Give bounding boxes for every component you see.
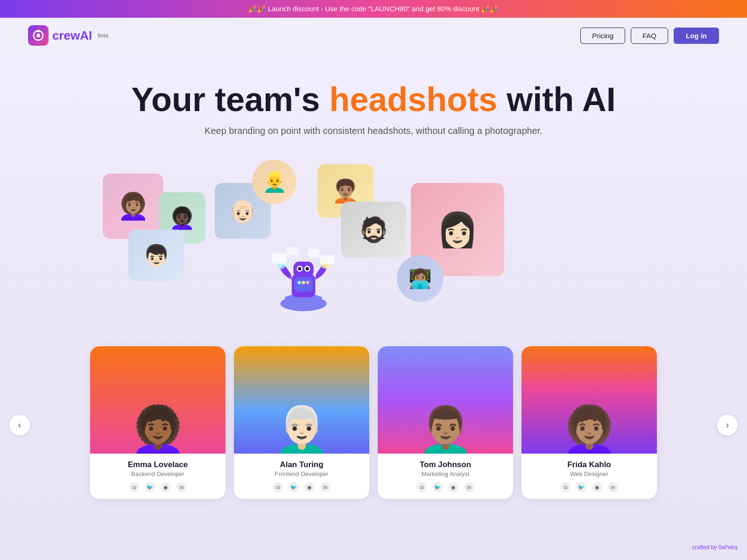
emma-dribbble-icon[interactable]: ◉	[161, 482, 171, 492]
crafted-by-text: crafted by 0xPetra	[692, 544, 738, 551]
frida-github-icon[interactable]: ⊙	[560, 482, 571, 492]
headline-part1: Your team's	[131, 81, 329, 118]
svg-point-6	[297, 281, 301, 284]
alan-card-image: 👨🏻‍🦳	[234, 346, 369, 454]
profile-card-frida: 👩🏽‍🦱 Frida Kahlo Web Designer ⊙ 🐦 ◉ in	[521, 346, 657, 499]
emma-role: Backend Developer	[98, 470, 218, 477]
alan-github-icon[interactable]: ⊙	[273, 482, 283, 492]
float-photo-9: 👩🏽‍💻	[397, 255, 444, 302]
emma-linkedin-icon[interactable]: in	[176, 482, 187, 492]
frida-name: Frida Kahlo	[529, 460, 649, 469]
nav-buttons: Pricing FAQ Log in	[580, 28, 719, 44]
robot-illustration	[257, 230, 350, 323]
carousel-next-button[interactable]: ›	[717, 415, 738, 435]
alan-twitter-icon[interactable]: 🐦	[289, 482, 299, 492]
frida-dribbble-icon[interactable]: ◉	[592, 482, 602, 492]
frida-role: Web Designer	[529, 470, 649, 477]
svg-point-1	[36, 34, 40, 37]
tom-social: ⊙ 🐦 ◉ in	[385, 482, 506, 492]
tom-name: Tom Johnson	[385, 460, 506, 469]
hero-headline: Your team's headshots with AI	[9, 81, 738, 118]
frida-linkedin-icon[interactable]: in	[608, 482, 618, 492]
alan-role: Frontend Developer	[241, 470, 362, 477]
alan-dribbble-icon[interactable]: ◉	[304, 482, 315, 492]
cards-container: 👩🏾‍🦱 Emma Lovelace Backend Developer ⊙ 🐦…	[19, 346, 728, 499]
svg-rect-5	[294, 277, 313, 292]
beta-badge: Beta	[98, 33, 108, 38]
navbar: crewAI Beta Pricing FAQ Log in	[0, 18, 747, 53]
emma-card-image: 👩🏾‍🦱	[90, 346, 226, 454]
promo-banner: 🎉🎉 Launch discount - Use the code "LAUNC…	[0, 0, 747, 18]
svg-rect-2	[37, 30, 40, 32]
headline-part2: with AI	[497, 81, 615, 118]
logo-crew: crew	[52, 28, 80, 42]
tom-card-image: 👨🏽‍🦱	[378, 346, 513, 454]
crafted-by: crafted by 0xPetra	[692, 544, 738, 551]
tom-card-info: Tom Johnson Marketing Analyst ⊙ 🐦 ◉ in	[378, 454, 513, 499]
frida-avatar: 👩🏽‍🦱	[560, 407, 619, 454]
float-photo-5: 👱‍♂️	[252, 160, 296, 204]
photo-cluster: 👩🏽‍🦱 👩🏿‍🦱 👦🏻 👴🏻 👱‍♂️ 🧑🏽‍🦱 🧔🏻 👩🏻 👩🏽‍💻	[0, 155, 747, 332]
alan-card-info: Alan Turing Frontend Developer ⊙ 🐦 ◉ in	[234, 454, 369, 499]
float-photo-1: 👩🏽‍🦱	[103, 174, 163, 239]
logo-ai-text: AI	[80, 28, 92, 42]
logo-icon	[28, 25, 49, 46]
tom-dribbble-icon[interactable]: ◉	[448, 482, 458, 492]
alan-social: ⊙ 🐦 ◉ in	[241, 482, 362, 492]
svg-point-7	[302, 281, 305, 284]
pricing-button[interactable]: Pricing	[580, 28, 625, 44]
headline-highlight: headshots	[329, 81, 497, 118]
emma-avatar: 👩🏾‍🦱	[129, 407, 187, 454]
tom-github-icon[interactable]: ⊙	[416, 482, 427, 492]
frida-social: ⊙ 🐦 ◉ in	[529, 482, 649, 492]
login-button[interactable]: Log in	[674, 28, 719, 44]
svg-rect-17	[320, 255, 335, 265]
faq-button[interactable]: FAQ	[631, 28, 668, 44]
float-photo-7: 🧔🏻	[341, 202, 406, 258]
emma-name: Emma Lovelace	[98, 460, 218, 469]
svg-point-8	[306, 281, 309, 284]
frida-twitter-icon[interactable]: 🐦	[576, 482, 586, 492]
float-photo-3: 👦🏻	[128, 230, 184, 281]
svg-rect-16	[272, 253, 287, 264]
hero-section: Your team's headshots with AI Keep brand…	[0, 53, 747, 146]
frida-card-image: 👩🏽‍🦱	[521, 346, 657, 454]
tom-twitter-icon[interactable]: 🐦	[432, 482, 443, 492]
alan-linkedin-icon[interactable]: in	[320, 482, 331, 492]
banner-text: 🎉🎉 Launch discount - Use the code "LAUNC…	[248, 5, 499, 13]
svg-point-12	[298, 267, 301, 270]
profile-card-tom: 👨🏽‍🦱 Tom Johnson Marketing Analyst ⊙ 🐦 ◉…	[378, 346, 513, 499]
cards-section: ‹ 👩🏾‍🦱 Emma Lovelace Backend Developer ⊙…	[0, 332, 747, 518]
alan-name: Alan Turing	[241, 460, 362, 469]
tom-avatar: 👨🏽‍🦱	[416, 407, 475, 454]
frida-card-info: Frida Kahlo Web Designer ⊙ 🐦 ◉ in	[521, 454, 657, 499]
carousel-prev-button[interactable]: ‹	[9, 415, 30, 435]
profile-card-emma: 👩🏾‍🦱 Emma Lovelace Backend Developer ⊙ 🐦…	[90, 346, 226, 499]
svg-rect-9	[293, 262, 313, 278]
logo: crewAI Beta	[28, 25, 108, 46]
tom-role: Marketing Analyst	[385, 470, 506, 477]
emma-card-info: Emma Lovelace Backend Developer ⊙ 🐦 ◉ in	[90, 454, 226, 499]
svg-rect-19	[308, 249, 319, 258]
profile-card-alan: 👨🏻‍🦳 Alan Turing Frontend Developer ⊙ 🐦 …	[234, 346, 369, 499]
emma-social: ⊙ 🐦 ◉ in	[98, 482, 218, 492]
hero-subtitle: Keep branding on point with consistent h…	[9, 126, 738, 136]
emma-github-icon[interactable]: ⊙	[129, 482, 139, 492]
svg-point-13	[306, 267, 309, 270]
tom-linkedin-icon[interactable]: in	[464, 482, 474, 492]
alan-avatar: 👨🏻‍🦳	[273, 407, 331, 454]
svg-rect-18	[287, 247, 298, 255]
emma-twitter-icon[interactable]: 🐦	[145, 482, 155, 492]
logo-wordmark: crewAI	[52, 28, 92, 43]
